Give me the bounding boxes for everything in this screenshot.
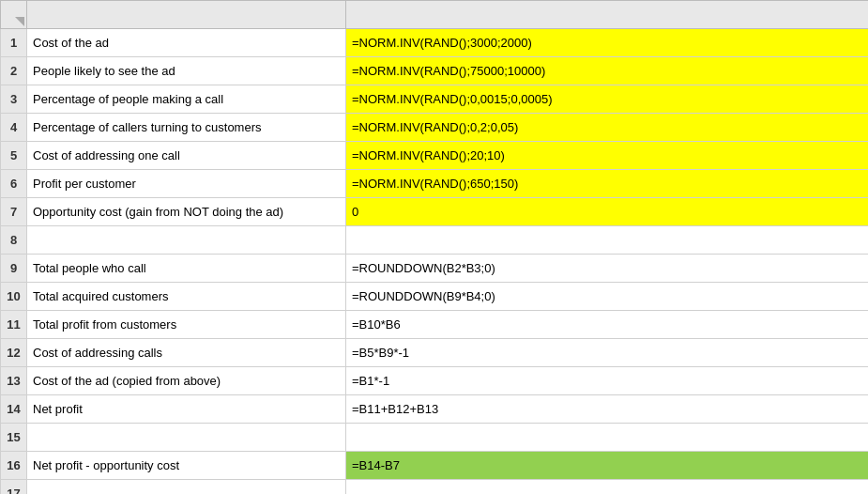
cell-b4[interactable]: =NORM.INV(RAND();0,2;0,05) xyxy=(346,114,869,142)
row-num-3: 3 xyxy=(1,85,27,114)
cell-a6[interactable]: Profit per customer xyxy=(27,170,346,198)
cell-b6[interactable]: =NORM.INV(RAND();650;150) xyxy=(346,170,869,198)
cell-a10[interactable]: Total acquired customers xyxy=(27,283,346,311)
row-num-10: 10 xyxy=(1,283,27,311)
row-num-16: 16 xyxy=(1,452,27,480)
cell-b9[interactable]: =ROUNDDOWN(B2*B3;0) xyxy=(346,255,869,283)
cell-b12[interactable]: =B5*B9*-1 xyxy=(346,339,869,367)
cell-a8[interactable] xyxy=(27,226,346,255)
cell-b1[interactable]: =NORM.INV(RAND();3000;2000) xyxy=(346,29,869,57)
cell-a7[interactable]: Opportunity cost (gain from NOT doing th… xyxy=(27,198,346,226)
cell-a3[interactable]: Percentage of people making a call xyxy=(27,85,346,114)
cell-a11[interactable]: Total profit from customers xyxy=(27,311,346,339)
row-num-15: 15 xyxy=(1,424,27,452)
cell-b13[interactable]: =B1*-1 xyxy=(346,367,869,395)
corner-header xyxy=(1,1,27,29)
cell-b15[interactable] xyxy=(346,424,869,452)
row-num-6: 6 xyxy=(1,170,27,198)
cell-a4[interactable]: Percentage of callers turning to custome… xyxy=(27,114,346,142)
cell-b14[interactable]: =B11+B12+B13 xyxy=(346,395,869,424)
cell-b8[interactable] xyxy=(346,226,869,255)
spreadsheet-table: 1Cost of the ad=NORM.INV(RAND();3000;200… xyxy=(0,0,868,494)
cell-b2[interactable]: =NORM.INV(RAND();75000;10000) xyxy=(346,57,869,85)
cell-a1[interactable]: Cost of the ad xyxy=(27,29,346,57)
cell-b7[interactable]: 0 xyxy=(346,198,869,226)
cell-b10[interactable]: =ROUNDDOWN(B9*B4;0) xyxy=(346,283,869,311)
row-num-5: 5 xyxy=(1,142,27,170)
cell-b17[interactable] xyxy=(346,480,869,495)
row-num-12: 12 xyxy=(1,339,27,367)
cell-a14[interactable]: Net profit xyxy=(27,395,346,424)
cell-a5[interactable]: Cost of addressing one call xyxy=(27,142,346,170)
row-num-17: 17 xyxy=(1,480,27,495)
cell-b11[interactable]: =B10*B6 xyxy=(346,311,869,339)
cell-a17[interactable] xyxy=(27,480,346,495)
row-num-13: 13 xyxy=(1,367,27,395)
row-num-11: 11 xyxy=(1,311,27,339)
cell-a12[interactable]: Cost of addressing calls xyxy=(27,339,346,367)
cell-a9[interactable]: Total people who call xyxy=(27,255,346,283)
row-num-8: 8 xyxy=(1,226,27,255)
row-num-1: 1 xyxy=(1,29,27,57)
row-num-4: 4 xyxy=(1,114,27,142)
cell-b3[interactable]: =NORM.INV(RAND();0,0015;0,0005) xyxy=(346,85,869,114)
column-b-header xyxy=(346,1,869,29)
cell-a13[interactable]: Cost of the ad (copied from above) xyxy=(27,367,346,395)
row-num-9: 9 xyxy=(1,255,27,283)
row-num-7: 7 xyxy=(1,198,27,226)
row-num-14: 14 xyxy=(1,395,27,424)
column-a-header xyxy=(27,1,346,29)
cell-a16[interactable]: Net profit - opportunity cost xyxy=(27,452,346,480)
cell-a15[interactable] xyxy=(27,424,346,452)
cell-b5[interactable]: =NORM.INV(RAND();20;10) xyxy=(346,142,869,170)
cell-b16[interactable]: =B14-B7 xyxy=(346,452,869,480)
cell-a2[interactable]: People likely to see the ad xyxy=(27,57,346,85)
row-num-2: 2 xyxy=(1,57,27,85)
